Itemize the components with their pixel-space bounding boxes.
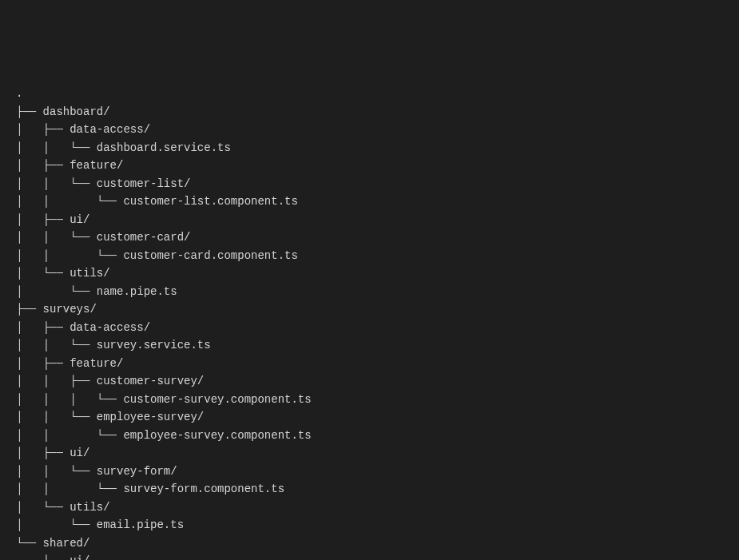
tree-dir-surveys-feature: │ ├── feature/ (16, 355, 723, 373)
tree-dir-surveys: ├── surveys/ (16, 300, 723, 319)
tree-file-dashboard-service: │ │ └── dashboard.service.ts (16, 139, 723, 157)
tree-dir-surveys-ui: │ ├── ui/ (16, 444, 723, 463)
tree-dir-dashboard: ├── dashboard/ (16, 103, 723, 121)
tree-dir-customer-card: │ │ └── customer-card/ (16, 228, 723, 247)
tree-file-survey-service: │ │ └── survey.service.ts (16, 336, 723, 355)
tree-dir-surveys-utils: │ └── utils/ (16, 498, 723, 517)
tree-dir-survey-form: │ │ └── survey-form/ (16, 463, 723, 481)
tree-root: . (16, 85, 723, 103)
tree-dir-utils: │ └── utils/ (16, 264, 723, 283)
tree-dir-customer-list: │ │ └── customer-list/ (16, 175, 723, 193)
tree-dir-customer-survey: │ │ ├── customer-survey/ (16, 372, 723, 391)
tree-dir-shared: └── shared/ (16, 534, 723, 553)
tree-file-employee-survey-component: │ │ └── employee-survey.component.ts (16, 427, 723, 445)
tree-dir-shared-ui: └── ui/ (16, 552, 723, 560)
tree-file-customer-list-component: │ │ └── customer-list.component.ts (16, 193, 723, 211)
tree-file-name-pipe: │ └── name.pipe.ts (16, 283, 723, 301)
tree-file-customer-card-component: │ │ └── customer-card.component.ts (16, 247, 723, 265)
tree-dir-employee-survey: │ │ └── employee-survey/ (16, 408, 723, 427)
tree-dir-surveys-data-access: │ ├── data-access/ (16, 319, 723, 337)
tree-file-customer-survey-component: │ │ │ └── customer-survey.component.ts (16, 391, 723, 409)
tree-dir-ui: │ ├── ui/ (16, 211, 723, 229)
tree-dir-feature: │ ├── feature/ (16, 157, 723, 175)
tree-dir-data-access: │ ├── data-access/ (16, 121, 723, 139)
tree-file-survey-form-component: │ │ └── survey-form.component.ts (16, 480, 723, 498)
tree-file-email-pipe: │ └── email.pipe.ts (16, 516, 723, 534)
